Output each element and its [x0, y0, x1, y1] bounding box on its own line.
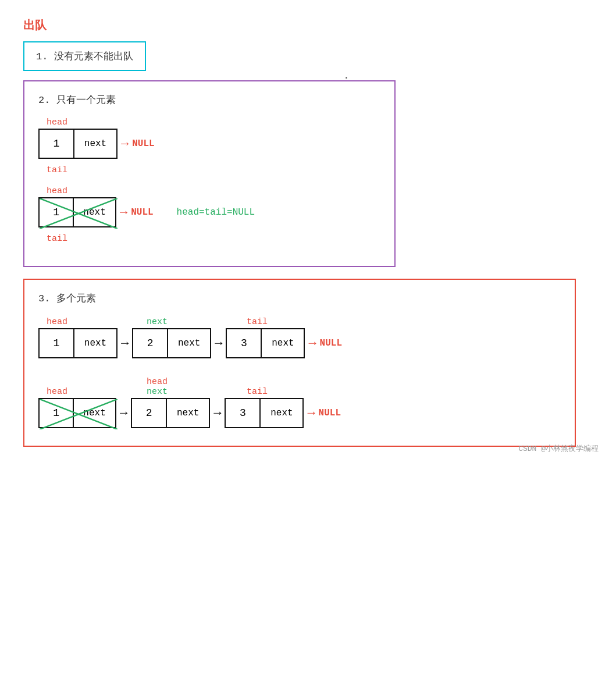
section3-title: 3. 多个元素: [38, 291, 561, 305]
section2-sub1: head 1 next → NULL tail: [38, 117, 380, 175]
s2-node2-val: 1: [40, 198, 74, 226]
s2-head-label: head: [47, 118, 67, 127]
s3r2-arrow1: →: [120, 406, 127, 421]
s3-head-label: head: [47, 317, 67, 327]
s3-node3-val: 3: [227, 329, 262, 357]
s3-next-col: next: [138, 316, 216, 327]
s3r2-head2-col: head next: [138, 377, 216, 397]
s3r2-node1-crossed: 1 next: [38, 398, 116, 428]
s3r2-tail-col: tail: [238, 386, 316, 397]
s3r2-arrow3: →: [307, 406, 315, 421]
s3r2-node1-val: 1: [40, 399, 74, 427]
s3-row2-container: head head next tail 1: [38, 377, 561, 428]
s3r2-node2-next: next: [167, 399, 209, 427]
s2-node1-val: 1: [40, 130, 74, 158]
s2-arrow2: →: [120, 205, 127, 220]
s3-arrow2: →: [215, 336, 222, 351]
section1-box: 1. 没有元素不能出队: [23, 41, 146, 71]
s3r2-node2: 2 next: [131, 398, 210, 428]
s3-tail-col: tail: [238, 316, 316, 327]
s3r2-node2-val: 2: [132, 399, 167, 427]
s3-nodes-row2: 1 next → 2 next → 3 next →: [38, 398, 561, 428]
s3r2-tail-label: tail: [247, 387, 268, 397]
s3-row1-container: head next tail 1 next: [38, 316, 561, 358]
s3-node1-val: 1: [40, 329, 74, 357]
s3-next-label: next: [147, 317, 168, 327]
s3r2-head-label: head: [47, 387, 67, 397]
s3-arrow1: →: [121, 336, 129, 351]
section2-box: 2. 只有一个元素 head 1 next → NULL tail: [23, 80, 396, 267]
s3-nodes-row1: 1 next → 2 next → 3 next → NULL: [38, 328, 561, 358]
dot: .: [343, 70, 350, 81]
s3r2-head2-label: head: [147, 377, 216, 387]
page-title: 出队: [23, 17, 593, 33]
section3-box: 3. 多个元素 head next tail: [23, 279, 576, 447]
s2-row2: 1 next → NULL head=tail=NULL: [38, 197, 380, 227]
s2-arrow1: →: [121, 137, 129, 151]
s3r2-head-col: head: [38, 386, 116, 397]
s3-node1: 1 next: [38, 328, 117, 358]
watermark: CSDN @小林煞夜学编程: [518, 443, 599, 454]
page: 出队 1. 没有元素不能出队 . 2. 只有一个元素 head 1 next →…: [0, 0, 616, 464]
s2-node2-crossed: 1 next: [38, 197, 116, 227]
s3-node1-next: next: [74, 329, 116, 357]
s3-tail-label: tail: [247, 317, 268, 327]
s2-node1: 1 next: [38, 129, 117, 159]
s2-tail-label: tail: [47, 165, 67, 175]
section2-sub2: head 1 next → NULL head=tail=: [38, 186, 380, 244]
s3-null1: NULL: [320, 338, 342, 348]
s3-row2-labels: head head next tail: [38, 377, 561, 397]
s2-node2-next: next: [74, 198, 115, 226]
s3-node2-val: 2: [133, 329, 168, 357]
s3-node2-next: next: [168, 329, 210, 357]
s3-node3-next: next: [262, 329, 304, 357]
s2b-head-label: head: [47, 186, 67, 196]
s2-node1-next: next: [74, 130, 116, 158]
s3-row1-labels: head next tail: [38, 316, 561, 327]
s3r2-node3: 3 next: [225, 398, 304, 428]
s3r2-arrow2: →: [213, 406, 221, 421]
s3-head-col: head: [38, 316, 116, 327]
s2-eq-label: head=tail=NULL: [177, 207, 255, 218]
s3-node2: 2 next: [132, 328, 211, 358]
s2-row1: 1 next → NULL: [38, 129, 380, 159]
section1-label: 1. 没有元素不能出队: [36, 51, 133, 62]
s3-arrow3: →: [308, 336, 316, 351]
s3r2-next-label: next: [147, 387, 216, 397]
s3-node3: 3 next: [226, 328, 305, 358]
s2-null2: NULL: [131, 207, 153, 218]
s3r2-null: NULL: [319, 408, 341, 418]
s3r2-node3-val: 3: [226, 399, 261, 427]
s3r2-node3-next: next: [261, 399, 302, 427]
section2-title: 2. 只有一个元素: [38, 93, 380, 106]
s3r2-node1-next: next: [74, 399, 115, 427]
s2b-tail-label: tail: [47, 234, 67, 244]
s2-null1: NULL: [132, 138, 154, 149]
